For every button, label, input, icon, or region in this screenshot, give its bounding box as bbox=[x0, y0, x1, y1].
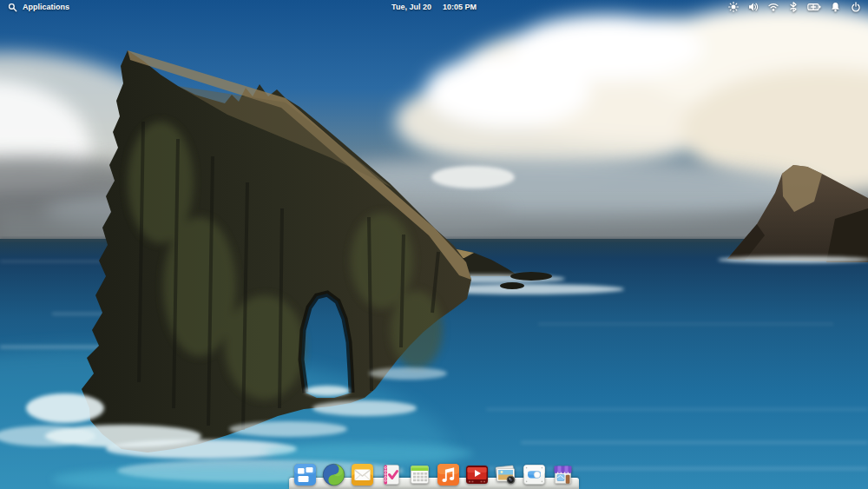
bluetooth-icon[interactable] bbox=[787, 2, 799, 13]
search-icon bbox=[7, 2, 18, 13]
system-settings-icon[interactable] bbox=[523, 463, 546, 486]
night-light-icon[interactable] bbox=[727, 2, 739, 13]
sound-icon[interactable] bbox=[747, 2, 759, 13]
multitasking-view-icon[interactable] bbox=[293, 463, 317, 486]
videos-icon[interactable] bbox=[465, 463, 489, 486]
session-power-icon[interactable] bbox=[850, 2, 861, 13]
top-panel: Applications Tue, Jul 20 10:05 PM bbox=[0, 0, 868, 14]
music-icon[interactable] bbox=[437, 463, 460, 486]
dock bbox=[0, 453, 868, 489]
battery-charging-icon[interactable] bbox=[807, 2, 821, 13]
photos-icon[interactable] bbox=[494, 463, 517, 486]
applications-label: Applications bbox=[23, 3, 69, 11]
applications-menu-button[interactable]: Applications bbox=[0, 2, 69, 13]
tasks-icon[interactable] bbox=[379, 463, 403, 486]
web-browser-icon[interactable] bbox=[322, 463, 345, 486]
wifi-icon[interactable] bbox=[767, 2, 779, 13]
panel-date: Tue, Jul 20 bbox=[391, 3, 431, 11]
datetime-button[interactable]: Tue, Jul 20 10:05 PM bbox=[391, 0, 477, 14]
dock-icons bbox=[293, 463, 575, 486]
mail-icon[interactable] bbox=[351, 463, 374, 486]
appcenter-icon[interactable] bbox=[551, 463, 575, 486]
panel-time: 10:05 PM bbox=[443, 3, 477, 11]
notifications-bell-icon[interactable] bbox=[830, 2, 841, 13]
indicator-area bbox=[727, 0, 868, 14]
desktop: Applications Tue, Jul 20 10:05 PM bbox=[0, 0, 868, 489]
wallpaper-image bbox=[0, 0, 868, 489]
calendar-icon[interactable] bbox=[408, 463, 431, 486]
